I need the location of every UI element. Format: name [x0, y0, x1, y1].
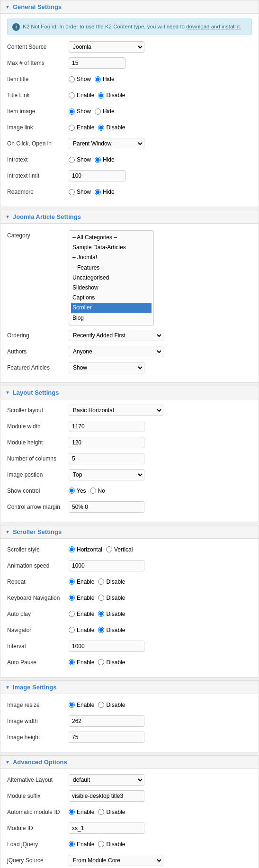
auto-pause-enable-radio[interactable] — [69, 659, 75, 665]
image-resize-enable-radio[interactable] — [69, 702, 75, 708]
repeat-enable-radio[interactable] — [69, 579, 75, 585]
keyboard-nav-enable-radio[interactable] — [69, 595, 75, 601]
category-item-selected[interactable]: Scroller — [71, 303, 152, 313]
introtext-show-radio[interactable] — [69, 157, 75, 163]
module-height-input[interactable] — [69, 437, 144, 448]
repeat-disable-radio[interactable] — [98, 579, 104, 585]
navigator-disable-label[interactable]: Disable — [106, 627, 125, 633]
authors-select[interactable]: Anyone Registered Guest — [69, 346, 163, 357]
auto-pause-disable-radio[interactable] — [98, 659, 104, 665]
joomla-article-header[interactable]: ▼ Joomla Article Settings — [0, 210, 259, 224]
featured-articles-select[interactable]: Show Hide Only — [69, 362, 144, 373]
general-settings-header[interactable]: ▼ General Settings — [0, 0, 259, 14]
category-item[interactable]: Slideshow — [71, 283, 152, 293]
title-link-enable-radio[interactable] — [69, 92, 75, 99]
keyboard-nav-disable-radio[interactable] — [98, 595, 104, 601]
ordering-select[interactable]: Recently Added First Recently Modified F… — [69, 330, 163, 341]
image-link-disable-radio[interactable] — [98, 125, 104, 131]
introtext-hide-radio[interactable] — [95, 157, 101, 163]
load-jquery-enable-label[interactable]: Enable — [77, 841, 94, 848]
category-list[interactable]: – All Categories – Sample Data-Articles … — [69, 230, 154, 326]
animation-speed-input[interactable] — [69, 560, 144, 571]
advanced-options-header[interactable]: ▼ Advanced Options — [0, 756, 259, 769]
readmore-hide-label[interactable]: Hide — [103, 189, 115, 195]
image-settings-header[interactable]: ▼ Image Settings — [0, 681, 259, 694]
introtext-show-label[interactable]: Show — [77, 156, 91, 163]
alt-layout-select[interactable]: default — [69, 774, 144, 786]
auto-play-enable-radio[interactable] — [69, 611, 75, 617]
category-item[interactable]: – All Categories – — [71, 233, 152, 243]
category-item[interactable]: – Joomla! — [71, 253, 152, 262]
max-items-input[interactable] — [69, 57, 125, 69]
info-link[interactable]: download and install it. — [186, 24, 241, 29]
scroller-style-vertical-radio[interactable] — [106, 546, 112, 552]
item-title-hide-label[interactable]: Hide — [103, 76, 115, 82]
image-link-enable-radio[interactable] — [69, 125, 75, 131]
image-width-input[interactable] — [69, 715, 144, 727]
item-title-show-label[interactable]: Show — [77, 76, 91, 82]
interval-input[interactable] — [69, 641, 144, 652]
module-id-input[interactable] — [69, 823, 144, 834]
category-item[interactable]: Captions — [71, 293, 152, 303]
title-link-disable-label[interactable]: Disable — [106, 92, 125, 99]
item-image-show-radio[interactable] — [69, 108, 75, 115]
introtext-limit-input[interactable] — [69, 170, 125, 181]
scroller-style-vertical-label[interactable]: Vertical — [114, 546, 133, 553]
title-link-enable-label[interactable]: Enable — [77, 92, 94, 99]
readmore-show-label[interactable]: Show — [77, 189, 91, 195]
auto-play-disable-radio[interactable] — [98, 611, 104, 617]
introtext-hide-label[interactable]: Hide — [103, 156, 115, 163]
category-item[interactable]: Blog — [71, 313, 152, 323]
load-jquery-disable-label[interactable]: Disable — [106, 841, 125, 848]
category-item[interactable]: Uncategorised — [71, 273, 152, 283]
auto-module-id-disable-radio[interactable] — [98, 809, 104, 815]
item-title-hide-radio[interactable] — [95, 76, 101, 82]
jquery-source-select[interactable]: From Module Core Joomla — [69, 855, 163, 866]
image-link-enable-label[interactable]: Enable — [77, 124, 94, 131]
on-click-select[interactable]: Parent Window New Window — [69, 138, 144, 149]
show-control-no-radio[interactable] — [90, 488, 96, 494]
navigator-enable-radio[interactable] — [69, 627, 75, 633]
image-resize-disable-label[interactable]: Disable — [106, 702, 125, 708]
control-arrow-margin-input[interactable] — [69, 501, 144, 513]
auto-play-disable-label[interactable]: Disable — [106, 611, 125, 617]
repeat-enable-label[interactable]: Enable — [77, 579, 94, 585]
content-source-select[interactable]: Joomla K2 — [69, 41, 144, 53]
show-control-yes-radio[interactable] — [69, 488, 75, 494]
title-link-disable-radio[interactable] — [98, 92, 104, 99]
category-item[interactable]: Sample Data-Articles — [71, 243, 152, 253]
image-position-select[interactable]: Top Left Right Bottom — [69, 469, 144, 480]
item-image-hide-label[interactable]: Hide — [103, 108, 115, 115]
keyboard-nav-enable-label[interactable]: Enable — [77, 595, 94, 601]
image-resize-disable-radio[interactable] — [98, 702, 104, 708]
auto-pause-disable-label[interactable]: Disable — [106, 659, 125, 666]
scroller-layout-select[interactable]: Basic Horizontal Basic Vertical — [69, 405, 163, 416]
scroller-settings-header[interactable]: ▼ Scroller Settings — [0, 525, 259, 539]
auto-pause-enable-label[interactable]: Enable — [77, 659, 94, 666]
auto-module-id-enable-radio[interactable] — [69, 809, 75, 815]
module-width-input[interactable] — [69, 421, 144, 432]
num-columns-input[interactable] — [69, 453, 144, 464]
repeat-disable-label[interactable]: Disable — [106, 579, 125, 585]
item-image-show-label[interactable]: Show — [77, 108, 91, 115]
load-jquery-disable-radio[interactable] — [98, 841, 104, 847]
auto-module-id-disable-label[interactable]: Disable — [106, 809, 125, 815]
image-resize-enable-label[interactable]: Enable — [77, 702, 94, 708]
item-title-show-radio[interactable] — [69, 76, 75, 82]
category-item[interactable]: – Features — [71, 263, 152, 273]
load-jquery-enable-radio[interactable] — [69, 841, 75, 847]
scroller-style-horizontal-radio[interactable] — [69, 546, 75, 552]
image-height-input[interactable] — [69, 732, 144, 743]
image-link-disable-label[interactable]: Disable — [106, 124, 125, 131]
navigator-enable-label[interactable]: Enable — [77, 627, 94, 633]
show-control-no-label[interactable]: No — [98, 488, 105, 494]
item-image-hide-radio[interactable] — [95, 108, 101, 115]
auto-play-enable-label[interactable]: Enable — [77, 611, 94, 617]
layout-settings-header[interactable]: ▼ Layout Settings — [0, 386, 259, 399]
show-control-yes-label[interactable]: Yes — [77, 488, 86, 494]
scroller-style-horizontal-label[interactable]: Horizontal — [77, 546, 102, 553]
keyboard-nav-disable-label[interactable]: Disable — [106, 595, 125, 601]
readmore-show-radio[interactable] — [69, 189, 75, 195]
navigator-disable-radio[interactable] — [98, 627, 104, 633]
module-suffix-input[interactable] — [69, 790, 144, 802]
